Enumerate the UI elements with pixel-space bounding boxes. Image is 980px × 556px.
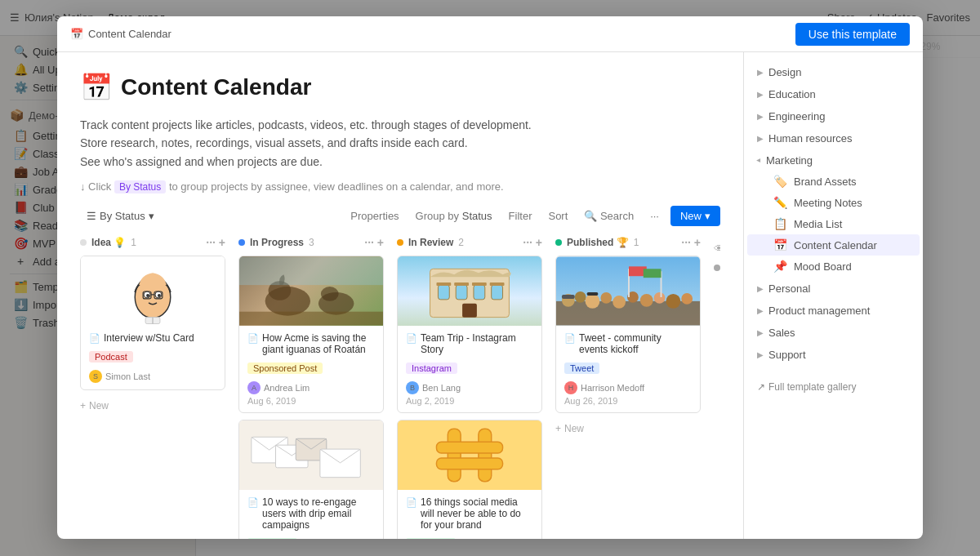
svg-rect-29	[462, 304, 477, 318]
modal-left-content: 📅 Content Calendar Track content project…	[57, 52, 743, 539]
template-category-header-hr[interactable]: ▶ Human resources	[744, 128, 923, 149]
svg-rect-56	[644, 269, 662, 278]
card-body: 📄 Team Trip - Instagram Story Instagram …	[398, 326, 541, 412]
card-author: S Simon Last	[89, 370, 216, 383]
meetingnotes-icon: ✏️	[773, 196, 787, 209]
groupby-btn[interactable]: Group by Status	[411, 207, 497, 225]
card-title: 📄 16 things social media will never be a…	[406, 496, 533, 531]
by-status-button[interactable]: ☰ By Status ▾	[80, 207, 161, 225]
kanban-col-inreview: In Review 2 ··· +	[397, 236, 542, 539]
author-avatar: H	[564, 381, 577, 394]
template-label-moodboard: Mood Board	[794, 260, 852, 273]
modal-topbar-title-text: Content Calendar	[88, 28, 172, 40]
template-item-brandassets[interactable]: 🏷️ Brand Assets	[747, 171, 920, 192]
arrow-icon: ▶	[757, 134, 764, 143]
template-label-medialist: Media List	[794, 218, 842, 230]
template-category-header-design[interactable]: ▶ Design	[744, 62, 923, 82]
modal-toolbar: ☰ By Status ▾ Properties Group by Status…	[80, 206, 720, 226]
category-label-personal: Personal	[768, 282, 810, 295]
template-category-education: ▶ Education	[744, 84, 923, 105]
sort-btn[interactable]: Sort	[543, 207, 572, 225]
modal-topbar-title: 📅 Content Calendar	[70, 28, 172, 40]
more-btn[interactable]: ···	[645, 207, 664, 225]
modal-hint: ↓ Click By Status to group projects by a…	[80, 180, 720, 193]
by-status-label: By Status	[100, 210, 145, 222]
kanban-card[interactable]: 📄 Interview w/Stu Card Podcast S Simon L…	[80, 256, 225, 390]
use-template-button[interactable]: Use this template	[795, 23, 910, 46]
col-actions-inprogress[interactable]: ··· +	[364, 236, 384, 249]
group-icon: ☰	[87, 210, 96, 222]
svg-point-45	[612, 296, 626, 309]
svg-point-50	[681, 293, 693, 305]
card-body: 📄 10 ways to re-engage users with drip e…	[239, 490, 383, 539]
kanban-card[interactable]: 📄 How Acme is saving the giant iguanas o…	[238, 256, 384, 413]
svg-rect-36	[479, 429, 492, 482]
card-image	[239, 420, 383, 490]
template-item-meetingnotes[interactable]: ✏️ Meeting Notes	[747, 192, 920, 213]
svg-point-42	[575, 291, 586, 303]
full-gallery-link[interactable]: ↗ Full template gallery	[757, 381, 910, 393]
card-date: Aug 2, 2019	[406, 396, 533, 406]
svg-point-49	[666, 294, 680, 309]
template-item-contentcalendar[interactable]: 📅 Content Calendar	[747, 234, 920, 256]
properties-btn[interactable]: Properties	[345, 207, 403, 225]
filter-btn[interactable]: Filter	[504, 207, 537, 225]
template-category-header-personal[interactable]: ▶ Personal	[744, 278, 923, 299]
arrow-icon: ▶	[757, 68, 764, 77]
moodboard-icon: 📌	[773, 260, 787, 273]
status-dot-inprogress	[238, 239, 245, 246]
template-category-header-sales[interactable]: ▶ Sales	[744, 322, 923, 343]
template-category-header-engineering[interactable]: ▶ Engineering	[744, 106, 923, 127]
template-category-header-support[interactable]: ▶ Support	[744, 345, 923, 365]
template-item-moodboard[interactable]: 📌 Mood Board	[747, 256, 920, 277]
template-item-medialist[interactable]: 📋 Media List	[747, 213, 920, 234]
kanban-col-hidden: 👁 Hidden columns No Status 0	[714, 236, 720, 539]
kanban-col-published: Published 🏆 1 ··· +	[555, 236, 701, 539]
template-category-header-education[interactable]: ▶ Education	[744, 84, 923, 105]
arrow-icon: ▶	[757, 350, 764, 359]
col-actions-published[interactable]: ··· +	[681, 236, 701, 249]
template-label-brandassets: Brand Assets	[794, 176, 857, 188]
card-title: 📄 Interview w/Stu Card	[89, 332, 216, 344]
template-category-header-product[interactable]: ▶ Product management	[744, 300, 923, 321]
kanban-col-header-published: Published 🏆 1 ··· +	[555, 236, 701, 249]
card-body: 📄 16 things social media will never be a…	[398, 490, 541, 539]
card-date: Aug 6, 2019	[247, 396, 375, 406]
col-actions-inreview[interactable]: ··· +	[523, 236, 542, 249]
arrow-icon: ▶	[757, 306, 764, 315]
kanban-card[interactable]: 📄 16 things social media will never be a…	[397, 420, 542, 539]
kanban-col-header-inreview: In Review 2 ··· +	[397, 236, 542, 249]
template-category-sales: ▶ Sales	[744, 322, 923, 343]
kanban-add-idea[interactable]: + New	[80, 397, 225, 415]
kanban-add-published[interactable]: + New	[555, 420, 701, 438]
svg-rect-32	[472, 282, 487, 286]
status-tag: By Status	[114, 180, 166, 193]
status-dot-published	[555, 239, 562, 246]
page-title: Content Calendar	[121, 74, 311, 100]
search-btn[interactable]: 🔍 Search	[579, 207, 639, 225]
card-title: 📄 Team Trip - Instagram Story	[406, 332, 533, 355]
card-body: 📄 How Acme is saving the giant iguanas o…	[239, 326, 383, 412]
kanban-card[interactable]: 📄 Tweet - community events kickoff Tweet…	[555, 256, 701, 413]
kanban-card[interactable]: 📄 Team Trip - Instagram Story Instagram …	[397, 256, 542, 413]
category-label-education: Education	[768, 88, 816, 100]
col-label-idea: Idea 💡	[91, 237, 126, 248]
modal-body: 📅 Content Calendar Track content project…	[57, 52, 923, 539]
col-count-inreview: 2	[458, 237, 464, 248]
svg-rect-31	[454, 282, 469, 286]
category-label-design: Design	[768, 66, 801, 78]
arrow-icon: ▶	[757, 284, 764, 293]
template-category-header-marketing[interactable]: ▾ Marketing	[744, 150, 923, 171]
col-count-idea: 1	[131, 237, 136, 248]
kanban-card[interactable]: 📄 10 ways to re-engage users with drip e…	[238, 420, 384, 539]
external-link-icon: ↗	[757, 381, 765, 393]
chevron-down-icon: ▾	[149, 210, 154, 222]
kanban-board: Idea 💡 1 ··· +	[80, 236, 720, 539]
svg-rect-26	[456, 285, 467, 300]
template-sidebar: ▶ Design ▶ Education ▶ Engineering	[743, 52, 923, 539]
card-image	[239, 256, 383, 326]
card-body: 📄 Interview w/Stu Card Podcast S Simon L…	[81, 326, 225, 389]
col-actions-idea[interactable]: ··· +	[206, 236, 225, 249]
svg-rect-52	[587, 292, 599, 296]
new-button[interactable]: New ▾	[670, 206, 720, 226]
